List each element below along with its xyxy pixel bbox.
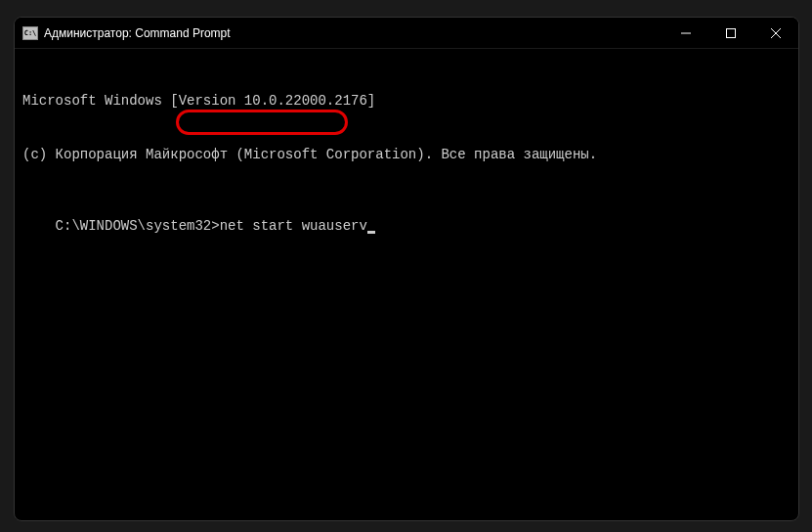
terminal-prompt: C:\WINDOWS\system32> [56,218,220,234]
svg-rect-1 [727,29,736,38]
window-title: Администратор: Command Prompt [44,26,231,40]
cursor [367,231,375,234]
close-icon [771,28,781,38]
terminal-command: net start wuauserv [220,218,367,234]
minimize-icon [681,28,691,38]
maximize-button[interactable] [708,18,753,49]
window-controls [663,18,798,48]
titlebar-left: C:\ Администратор: Command Prompt [22,26,231,40]
terminal-prompt-line: C:\WINDOWS\system32>net start wuauserv [56,217,375,235]
cmd-icon: C:\ [22,26,38,40]
maximize-icon [726,28,736,38]
terminal-copyright-line: (c) Корпорация Майкрософт (Microsoft Cor… [22,146,791,163]
close-button[interactable] [753,18,798,49]
terminal-version-line: Microsoft Windows [Version 10.0.22000.21… [22,92,791,110]
terminal-content[interactable]: Microsoft Windows [Version 10.0.22000.21… [15,49,798,260]
minimize-button[interactable] [663,18,708,49]
titlebar[interactable]: C:\ Администратор: Command Prompt [15,18,798,49]
command-prompt-window: C:\ Администратор: Command Prompt [14,17,799,521]
